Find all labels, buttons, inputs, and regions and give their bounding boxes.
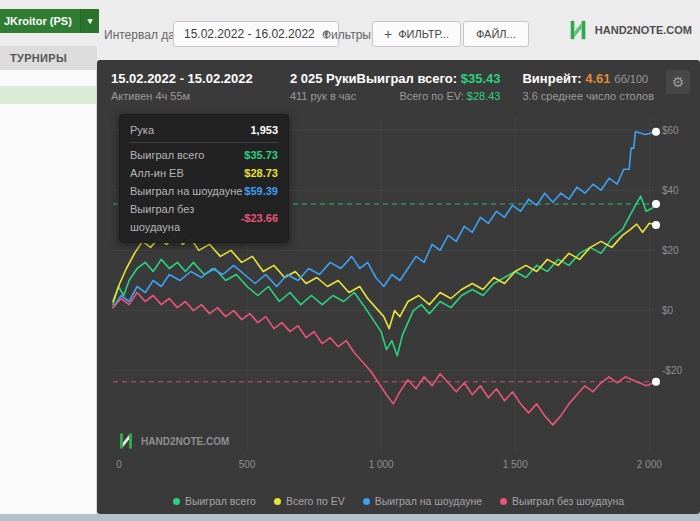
svg-text:$60: $60 [662,125,679,136]
legend-item-won-total[interactable]: Выиграл всего [173,495,256,507]
legend-item-showdown[interactable]: Выиграл на шоудауне [363,495,482,507]
svg-text:0: 0 [116,459,122,470]
legend-label: Выиграл на шоудауне [375,495,482,507]
legend-label: Выиграл без шоудауна [512,495,624,507]
tooltip-label: Выиграл без шоудауна [130,200,241,236]
tooltip-row: Алл-ин EВ $28.73 [130,164,278,182]
hand2note-logo: HAND2NOTE.COM [567,19,692,41]
legend-dot-icon [363,498,370,505]
legend-label: Всего по EV [286,495,345,507]
svg-text:1 500: 1 500 [503,459,528,470]
add-filter-button[interactable]: + ФИЛЬТР... [372,21,461,47]
winrate-label: Винрейт: [522,71,581,86]
hand2note-h-icon [567,19,589,41]
tooltip-row: Выиграл всего $35.73 [130,146,278,164]
svg-text:$0: $0 [662,305,674,316]
sidebar-body [0,70,97,514]
avg-tables: 3.6 среднее число столов [522,90,654,102]
tooltip-value: $35.73 [244,146,278,164]
session-dates-block: 15.02.2022 - 15.02.2022 Активен 4ч 55м [111,71,276,102]
tooltip-value: -$23.66 [241,209,278,227]
interval-label: Интервал дат: [104,28,183,42]
sidebar: ТУРНИРЫ [0,0,97,514]
gear-icon: ⚙ [672,74,685,90]
tooltip-row: Рука 1,953 [130,121,278,143]
svg-text:-$20: -$20 [662,365,682,376]
tooltip-value: 1,953 [250,121,278,139]
winrate-line: Винрейт: 4.61 бб/100 [522,71,654,86]
legend-dot-icon [173,498,180,505]
legend-item-ev[interactable]: Всего по EV [274,495,345,507]
stats-header: 15.02.2022 - 15.02.2022 Активен 4ч 55м 2… [111,71,654,102]
app-window: JKroitor (PS) ▾ Интервал дат: 15.02.2022… [0,0,700,521]
legend-dot-icon [500,498,507,505]
tooltip-row: Выиграл без шоудауна -$23.66 [130,200,278,236]
legend-dot-icon [274,498,281,505]
settings-button[interactable]: ⚙ [666,70,690,94]
legend-label: Выиграл всего [185,495,256,507]
winrate-unit: бб/100 [614,73,648,85]
plus-icon: + [384,27,392,41]
won-total-value: $35.43 [461,71,501,86]
hands-per-hour: 411 рук в час [290,90,357,102]
ev-total-line: Всего по EV: $28.43 [357,90,501,102]
svg-text:500: 500 [239,459,256,470]
filters-label: Фильтры: [322,28,374,42]
tooltip-value: $59.39 [244,182,278,200]
ev-total-label: Всего по EV: [399,90,463,102]
add-filter-label: ФИЛЬТР... [398,28,449,40]
date-range-value: 15.02.2022 - 16.02.2022 [184,27,315,41]
tooltip-label: Рука [130,121,154,139]
date-range-button[interactable]: 15.02.2022 - 16.02.2022 ▾ [173,21,339,47]
tooltip-label: Выиграл на шоудауне [130,182,242,200]
chart-tooltip: Рука 1,953 Выиграл всего $35.73 Алл-ин E… [119,114,289,243]
bottom-scrollbar[interactable] [0,514,700,521]
tooltip-row: Выиграл на шоудауне $59.39 [130,182,278,200]
chart-legend: Выиграл всего Всего по EV Выиграл на шоу… [97,495,700,507]
svg-text:2 000: 2 000 [637,459,662,470]
file-button-label: ФАЙЛ... [476,28,516,40]
file-button[interactable]: ФАЙЛ... [463,21,529,47]
tooltip-label: Алл-ин EВ [130,164,184,182]
svg-text:1 000: 1 000 [369,459,394,470]
ev-total-value: $28.43 [467,90,501,102]
winrate-value: 4.61 [585,71,610,86]
session-date-range: 15.02.2022 - 15.02.2022 [111,71,276,86]
won-total-label: Выиграл всего: [357,71,458,86]
sidebar-tab-tournaments[interactable]: ТУРНИРЫ [0,46,97,70]
stats-panel: 15.02.2022 - 15.02.2022 Активен 4ч 55м 2… [97,60,700,514]
hands-block: 2 025 Руки 411 рук в час [290,71,357,102]
top-toolbar: JKroitor (PS) ▾ Интервал дат: 15.02.2022… [0,0,700,60]
logo-text: HAND2NOTE.COM [595,24,692,36]
session-active-time: Активен 4ч 55м [111,90,276,102]
legend-item-non-showdown[interactable]: Выиграл без шоудауна [500,495,624,507]
won-total-line: Выиграл всего: $35.43 [357,71,501,86]
winrate-block: Винрейт: 4.61 бб/100 3.6 среднее число с… [522,71,654,102]
tooltip-value: $28.73 [244,164,278,182]
svg-text:$20: $20 [662,245,679,256]
chart-area: $60$40$20$0-$2005001 0001 5002 000 HAND2… [111,112,686,478]
winnings-block: Выиграл всего: $35.43 Всего по EV: $28.4… [357,71,501,102]
tooltip-label: Выиграл всего [130,146,204,164]
svg-text:$40: $40 [662,185,679,196]
sidebar-selected-item[interactable] [0,86,96,104]
hands-count: 2 025 Руки [290,71,357,86]
